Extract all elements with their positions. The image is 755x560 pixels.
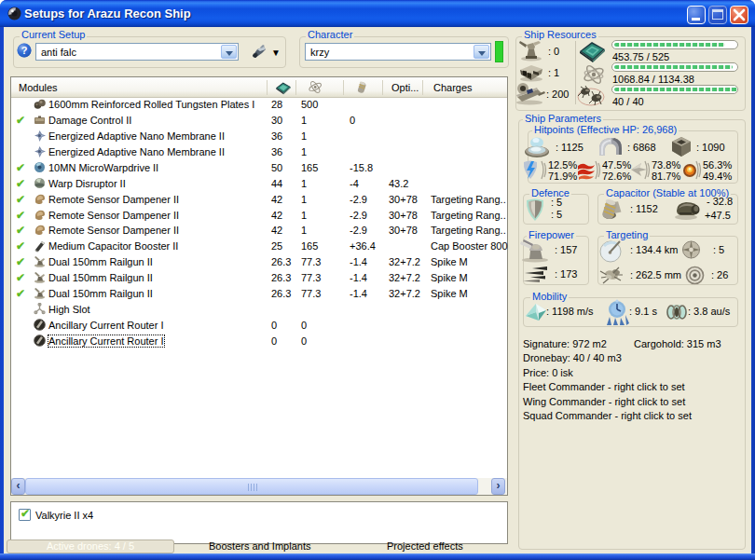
svg-text:?: ? <box>21 45 28 56</box>
